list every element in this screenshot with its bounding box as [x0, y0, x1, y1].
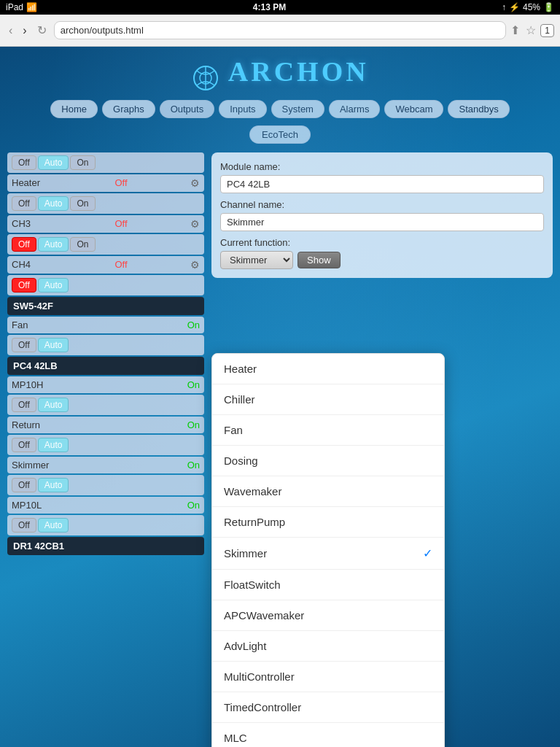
tab-badge[interactable]: 1	[540, 24, 554, 37]
dropdown-item-fan[interactable]: Fan	[212, 415, 444, 446]
dropdown-item-dosing[interactable]: Dosing	[212, 446, 444, 476]
heater-name: Heater	[12, 177, 52, 188]
ch3-gear-icon[interactable]: ⚙	[190, 218, 200, 230]
heater-on-btn[interactable]: On	[70, 155, 95, 170]
bookmark-icon[interactable]: ☆	[526, 23, 536, 37]
skimmer-control-row: Off Auto	[7, 475, 204, 495]
ch4-off-btn[interactable]: Off	[12, 237, 36, 252]
dropdown-item-apcwavemaker[interactable]: APCWavemaker	[212, 600, 444, 631]
heater-control-row: Off Auto On	[7, 152, 204, 173]
dropdown-advlight-label: AdvLight	[224, 640, 266, 652]
mp10h-off-btn[interactable]: Off	[12, 398, 36, 412]
reload-button[interactable]: ↻	[34, 22, 50, 39]
dropdown-item-returnpump[interactable]: ReturnPump	[212, 507, 444, 538]
dropdown-wavemaker-label: Wavemaker	[224, 485, 281, 498]
skimmer-checkmark: ✓	[423, 546, 432, 560]
skimmer-name-row: Skimmer On	[7, 457, 204, 473]
dropdown-dosing-label: Dosing	[224, 454, 258, 467]
dropdown-item-heater[interactable]: Heater	[212, 354, 444, 384]
nav-system[interactable]: System	[271, 100, 324, 118]
ch3-on-btn[interactable]: On	[70, 196, 95, 211]
return-status: On	[187, 419, 200, 430]
ch4-gear-icon[interactable]: ⚙	[190, 259, 200, 271]
ch4-btn-group: Off Auto On	[12, 237, 96, 252]
back-button[interactable]: ‹	[6, 23, 15, 39]
mp10h-name-row: MP10H On	[7, 376, 204, 393]
mp10l-name: MP10L	[12, 500, 52, 511]
mp10h-control-row: Off Auto	[7, 395, 204, 415]
skimmer-auto-btn[interactable]: Auto	[38, 478, 69, 492]
ch3-auto-btn[interactable]: Auto	[38, 196, 69, 211]
heater-off-btn[interactable]: Off	[12, 155, 36, 170]
return-btn-group: Off Auto	[12, 438, 69, 452]
dropdown-item-floatswitch[interactable]: FloatSwitch	[212, 570, 444, 600]
clock: 4:13 PM	[253, 2, 286, 12]
nav-alarms[interactable]: Alarms	[329, 100, 380, 118]
heater-name-row: Heater Off ⚙	[7, 174, 204, 192]
dropdown-apcwavemaker-label: APCWavemaker	[224, 609, 304, 622]
device-list: Off Auto On Heater Off ⚙ Off Auto On CH3	[7, 152, 204, 557]
return-name-row: Return On	[7, 417, 204, 433]
dropdown-item-mlc[interactable]: MLC	[212, 723, 444, 747]
dropdown-item-skimmer[interactable]: Skimmer ✓	[212, 538, 444, 570]
config-card: Module name: Channel name: Current funct…	[211, 152, 553, 278]
ecotech-row: EcoTech	[0, 124, 560, 144]
channel-name-input[interactable]	[220, 213, 544, 231]
mp10l-status: On	[187, 500, 200, 511]
nav-outputs[interactable]: Outputs	[160, 100, 215, 118]
nav-bar: Home Graphs Outputs Inputs System Alarms…	[0, 97, 560, 121]
ch3-btn-group: Off Auto On	[12, 196, 96, 211]
dropdown-mlc-label: MLC	[224, 732, 247, 744]
status-right: ↑ ⚡ 45% 🔋	[502, 2, 554, 12]
nav-webcam[interactable]: Webcam	[384, 100, 443, 118]
mp10h-btn-group: Off Auto	[12, 398, 69, 412]
wifi-icon: 📶	[26, 2, 37, 12]
skimmer-off-btn[interactable]: Off	[12, 478, 36, 492]
mp10l-auto-btn[interactable]: Auto	[38, 518, 69, 533]
fan-off-btn[interactable]: Off	[12, 338, 36, 352]
arrow-icon: ↑	[502, 2, 506, 12]
ch4-off-only-btn[interactable]: Off	[12, 278, 36, 293]
bluetooth-icon: ⚡	[509, 2, 520, 12]
ch4-name-row: CH4 Off ⚙	[7, 256, 204, 274]
battery-icon: 🔋	[543, 2, 554, 12]
module-name-input[interactable]	[220, 175, 544, 193]
ch4-on-btn[interactable]: On	[70, 237, 95, 252]
ch4-auto-btn[interactable]: Auto	[38, 237, 69, 252]
archon-logo-icon	[191, 63, 222, 93]
mp10l-off-btn[interactable]: Off	[12, 518, 36, 533]
function-select[interactable]: Skimmer	[220, 251, 293, 269]
nav-home[interactable]: Home	[50, 100, 98, 118]
ch3-name: CH3	[12, 218, 52, 229]
return-off-btn[interactable]: Off	[12, 438, 36, 452]
ch4-auto2-btn[interactable]: Auto	[38, 278, 69, 293]
ch3-off-btn[interactable]: Off	[12, 196, 36, 211]
share-icon[interactable]: ⬆	[510, 23, 520, 37]
nav-standbys[interactable]: Standbys	[448, 100, 509, 118]
dropdown-item-advlight[interactable]: AdvLight	[212, 631, 444, 662]
heater-gear-icon[interactable]: ⚙	[190, 177, 200, 189]
heater-auto-btn[interactable]: Auto	[38, 155, 69, 170]
dropdown-floatswitch-label: FloatSwitch	[224, 578, 281, 591]
nav-ecotech[interactable]: EcoTech	[249, 125, 311, 144]
logo-text: ARCHON	[228, 56, 369, 87]
dropdown-item-multicontroller[interactable]: MultiController	[212, 662, 444, 692]
fan-status: On	[187, 320, 200, 330]
show-button[interactable]: Show	[298, 252, 341, 268]
dropdown-item-timedcontroller[interactable]: TimedController	[212, 692, 444, 723]
ch4-off-row: Off Auto	[7, 275, 204, 295]
nav-inputs[interactable]: Inputs	[219, 100, 266, 118]
dropdown-chiller-label: Chiller	[224, 393, 255, 406]
return-name: Return	[12, 419, 52, 430]
fan-name-row: Fan On	[7, 317, 204, 333]
return-auto-btn[interactable]: Auto	[38, 438, 69, 452]
dropdown-item-chiller[interactable]: Chiller	[212, 384, 444, 415]
fan-auto-btn[interactable]: Auto	[38, 338, 69, 352]
forward-button[interactable]: ›	[20, 23, 29, 39]
mp10h-auto-btn[interactable]: Auto	[38, 398, 69, 412]
url-bar[interactable]	[54, 21, 507, 39]
dropdown-timedcontroller-label: TimedController	[224, 701, 301, 713]
dropdown-fan-label: Fan	[224, 424, 243, 436]
nav-graphs[interactable]: Graphs	[102, 100, 155, 118]
dropdown-item-wavemaker[interactable]: Wavemaker	[212, 476, 444, 507]
